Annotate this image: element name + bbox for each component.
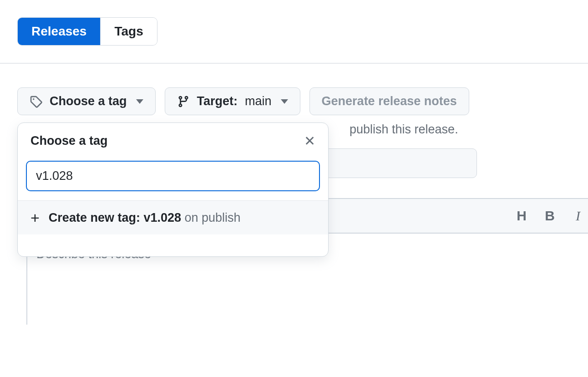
chevron-down-icon (281, 99, 288, 104)
divider (0, 63, 588, 64)
target-label: Target: (197, 94, 238, 108)
generate-notes-label: Generate release notes (322, 94, 457, 108)
tabs-row: Releases Tags (17, 17, 157, 46)
git-branch-icon (177, 95, 190, 108)
plus-icon: + (30, 210, 40, 225)
generate-notes-button[interactable]: Generate release notes (309, 87, 469, 115)
chevron-down-icon (136, 99, 143, 104)
tag-search-input[interactable] (26, 161, 320, 191)
close-icon[interactable]: ✕ (304, 134, 315, 148)
create-tag-text: Create new tag: v1.028 on publish (49, 211, 241, 225)
italic-icon[interactable]: I (571, 208, 585, 224)
popover-footer (18, 234, 328, 256)
tab-releases[interactable]: Releases (18, 18, 100, 45)
create-new-tag-item[interactable]: + Create new tag: v1.028 on publish (18, 200, 328, 234)
tag-icon (30, 95, 42, 108)
choose-tag-label: Choose a tag (50, 94, 127, 108)
heading-icon[interactable]: H (514, 208, 529, 224)
tab-tags[interactable]: Tags (100, 18, 157, 45)
target-branch-value: main (245, 94, 272, 108)
choose-tag-button[interactable]: Choose a tag (17, 87, 156, 115)
target-branch-button[interactable]: Target: main (165, 87, 300, 115)
popover-header: Choose a tag ✕ (18, 123, 328, 156)
controls-row: Choose a tag Target: main Generate relea… (17, 87, 571, 115)
bold-icon[interactable]: B (542, 208, 557, 224)
choose-tag-popover: Choose a tag ✕ + Create new tag: v1.028 … (17, 122, 329, 257)
popover-title: Choose a tag (30, 134, 108, 148)
